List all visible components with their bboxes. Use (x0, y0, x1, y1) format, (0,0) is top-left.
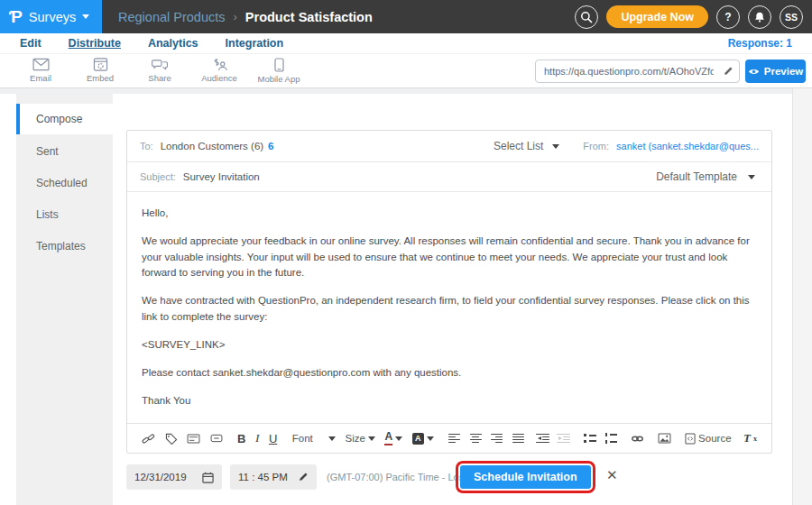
from-label: From: (583, 141, 609, 152)
chevron-down-icon (552, 144, 559, 149)
help-button[interactable]: ? (716, 5, 740, 29)
sidebar-item-scheduled[interactable]: Scheduled (16, 169, 113, 197)
subject-row: Subject: Survey Invitation Default Templ… (127, 162, 771, 192)
to-count-badge[interactable]: 6 (268, 141, 273, 152)
tab-analytics[interactable]: Analytics (148, 37, 198, 50)
breadcrumb-parent[interactable]: Regional Products (118, 10, 226, 24)
tab-distribute[interactable]: Distribute (69, 37, 121, 50)
remove-format-letter: T (743, 431, 751, 445)
tab-integration[interactable]: Integration (226, 37, 284, 50)
pencil-icon (723, 66, 734, 77)
schedule-invitation-button[interactable]: Schedule Invitation (460, 465, 591, 489)
align-left-icon (448, 434, 460, 444)
search-button[interactable] (575, 5, 598, 29)
tag-icon (165, 433, 178, 445)
eye-icon (748, 68, 760, 76)
select-list-dropdown[interactable]: Select List (494, 140, 559, 152)
sidebar-item-sent[interactable]: Sent (16, 137, 113, 166)
bullet-list-button[interactable] (584, 434, 596, 443)
chevron-down-icon (328, 436, 336, 441)
decrease-indent-button[interactable] (538, 434, 549, 444)
product-name: Surveys (29, 10, 76, 24)
underline-button[interactable]: U (269, 432, 277, 445)
avatar[interactable]: SS (780, 5, 803, 29)
subject-value[interactable]: Survey Invitation (183, 171, 260, 182)
header-actions: Upgrade Now ? SS (575, 5, 812, 29)
template-dropdown[interactable]: Default Template (656, 170, 755, 183)
share-label: Share (148, 73, 171, 83)
share-channel-button[interactable]: Share (130, 58, 189, 84)
align-right-button[interactable] (491, 434, 503, 444)
channel-buttons: Email Embed Share Audience Mobile App (11, 58, 309, 84)
align-right-icon (491, 434, 503, 444)
embed-icon (93, 58, 108, 71)
body-paragraph: We would appreciate your feedback in our… (142, 234, 757, 281)
insert-button-button[interactable] (210, 434, 223, 443)
bullet-list-icon (584, 434, 596, 443)
insert-link-button[interactable] (631, 435, 644, 443)
schedule-time-picker[interactable]: 11 : 45 PM (230, 464, 317, 490)
response-count[interactable]: Response: 1 (728, 37, 792, 50)
anchor-link-button[interactable] (142, 433, 155, 445)
preview-button[interactable]: Preview (745, 60, 806, 83)
from-dropdown[interactable]: sanket (sanket.shekdar@ques... (616, 141, 759, 152)
bold-button[interactable]: B (237, 432, 245, 445)
align-justify-icon (512, 434, 524, 444)
source-button[interactable]: Source (685, 433, 731, 445)
tag-button[interactable] (165, 433, 178, 445)
chevron-down-icon (368, 436, 375, 441)
font-dropdown[interactable]: Font (292, 433, 336, 444)
body-paragraph: Hello, (142, 206, 757, 222)
email-body-editor[interactable]: Hello, We would appreciate your feedback… (127, 192, 771, 425)
keyboard-icon (187, 434, 200, 444)
embed-channel-button[interactable]: Embed (70, 58, 130, 84)
align-justify-button[interactable] (512, 434, 524, 444)
distribute-toolbar: Email Embed Share Audience Mobile App (0, 54, 812, 88)
scrollbar-track[interactable] (792, 88, 812, 505)
align-center-button[interactable] (470, 434, 482, 444)
email-channel-button[interactable]: Email (11, 58, 70, 84)
font-label: Font (292, 433, 313, 444)
distribute-sidebar: Compose Sent Scheduled Lists Templates (16, 94, 113, 505)
audience-channel-button[interactable]: Audience (189, 58, 249, 84)
notifications-button[interactable] (748, 5, 771, 29)
close-icon[interactable]: ✕ (606, 467, 618, 483)
breadcrumb-separator: › (234, 10, 237, 23)
schedule-date-picker[interactable]: 12/31/2019 (126, 464, 222, 490)
compose-card: To: London Customers (6) 6 Select List F… (126, 130, 772, 454)
numbered-list-icon (605, 433, 617, 444)
body-paragraph: Please contact sanket.shekdar@questionpr… (142, 365, 757, 381)
highlight-color-button[interactable]: A (412, 433, 434, 445)
text-color-button[interactable]: A (384, 431, 402, 445)
remove-format-button[interactable]: Tx (743, 431, 757, 445)
sidebar-item-compose[interactable]: Compose (16, 104, 113, 134)
audience-label: Audience (201, 73, 237, 83)
calendar-icon (202, 472, 214, 483)
sidebar-item-templates[interactable]: Templates (16, 232, 113, 261)
edit-url-button[interactable] (717, 60, 739, 82)
bell-icon (753, 11, 766, 23)
size-dropdown[interactable]: Size (346, 433, 375, 444)
align-left-button[interactable] (448, 434, 460, 444)
text-color-letter: A (384, 431, 392, 445)
numbered-list-button[interactable] (605, 433, 617, 444)
italic-button[interactable]: I (255, 431, 260, 445)
mobile-app-channel-button[interactable]: Mobile App (249, 58, 309, 84)
schedule-date-value: 12/31/2019 (134, 472, 187, 482)
subject-label: Subject: (140, 171, 176, 182)
sidebar-item-lists[interactable]: Lists (16, 200, 113, 229)
survey-url-input[interactable] (536, 66, 717, 77)
richtext-toolbar: B I U Font Size A A (127, 423, 771, 453)
red-highlight-annotation: Schedule Invitation (456, 461, 595, 493)
to-value[interactable]: London Customers (6) (161, 141, 263, 152)
tab-edit[interactable]: Edit (20, 37, 42, 50)
mobile-phone-icon (274, 58, 284, 72)
breadcrumb-current: Product Satisfaction (245, 10, 373, 24)
upgrade-now-button[interactable]: Upgrade Now (606, 5, 708, 28)
surveys-product-menu[interactable]: Ƥ Surveys (0, 0, 102, 33)
schedule-time-value: 11 : 45 PM (238, 472, 288, 482)
insert-image-button[interactable] (658, 433, 671, 444)
body-paragraph: We have contracted with QuestionPro, an … (142, 293, 757, 326)
merge-field-button[interactable] (187, 434, 200, 444)
select-list-label: Select List (494, 140, 543, 152)
